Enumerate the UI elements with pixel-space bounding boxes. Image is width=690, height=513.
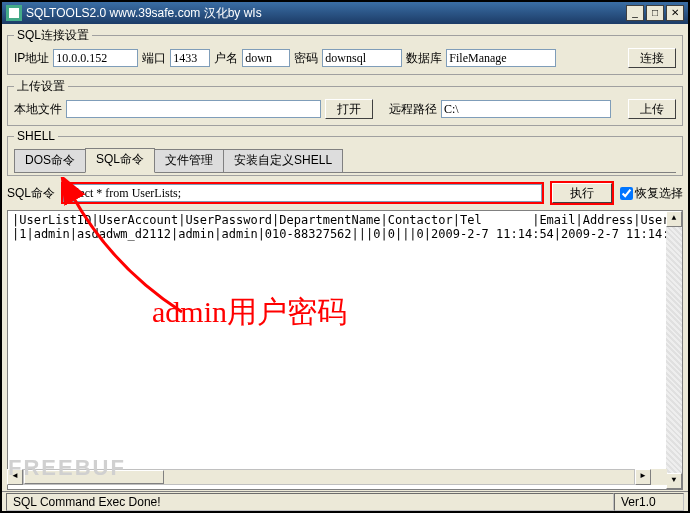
db-input[interactable]	[446, 49, 556, 67]
scroll-right-icon[interactable]: ►	[635, 469, 651, 485]
restore-select-label[interactable]: 恢复选择	[620, 185, 683, 202]
local-file-label: 本地文件	[14, 101, 62, 118]
maximize-button[interactable]: □	[646, 5, 664, 21]
local-file-input[interactable]	[66, 100, 321, 118]
sql-conn-legend: SQL连接设置	[14, 27, 92, 44]
ip-input[interactable]	[53, 49, 138, 67]
restore-select-checkbox[interactable]	[620, 187, 633, 200]
hscroll-thumb[interactable]	[24, 470, 164, 484]
sql-connection-group: SQL连接设置 IP地址 端口 户名 密码 数据库 连接	[7, 27, 683, 75]
ip-label: IP地址	[14, 50, 49, 67]
scroll-down-icon[interactable]: ▼	[666, 473, 682, 489]
user-label: 户名	[214, 50, 238, 67]
execute-button[interactable]: 执行	[552, 183, 612, 203]
horizontal-scrollbar[interactable]: ◄ ►	[7, 469, 667, 485]
status-version: Ver1.0	[614, 493, 684, 511]
tab-file[interactable]: 文件管理	[154, 149, 224, 172]
sql-query-highlight	[61, 182, 544, 204]
vertical-scrollbar[interactable]: ▲ ▼	[666, 211, 682, 489]
app-window: SQLTOOLS2.0 www.39safe.com 汉化by wIs _ □ …	[0, 0, 690, 513]
pwd-input[interactable]	[322, 49, 402, 67]
status-message: SQL Command Exec Done!	[6, 493, 614, 511]
vscroll-track[interactable]	[666, 227, 682, 473]
scroll-corner	[651, 469, 667, 485]
status-bar: SQL Command Exec Done! Ver1.0	[2, 491, 688, 511]
upload-button[interactable]: 上传	[628, 99, 676, 119]
results-pane: |UserListID|UserAccount|UserPassword|Dep…	[7, 210, 683, 490]
sql-command-row: SQL命令 执行 恢复选择	[7, 181, 683, 205]
close-button[interactable]: ✕	[666, 5, 684, 21]
titlebar: SQLTOOLS2.0 www.39safe.com 汉化by wIs _ □ …	[2, 2, 688, 24]
scroll-up-icon[interactable]: ▲	[666, 211, 682, 227]
remote-path-label: 远程路径	[389, 101, 437, 118]
minimize-button[interactable]: _	[626, 5, 644, 21]
user-input[interactable]	[242, 49, 290, 67]
remote-path-input[interactable]	[441, 100, 611, 118]
exec-highlight: 执行	[550, 181, 614, 205]
pwd-label: 密码	[294, 50, 318, 67]
results-text[interactable]: |UserListID|UserAccount|UserPassword|Dep…	[8, 211, 682, 243]
restore-select-text: 恢复选择	[635, 185, 683, 202]
tab-sql[interactable]: SQL命令	[85, 148, 155, 173]
port-input[interactable]	[170, 49, 210, 67]
shell-legend: SHELL	[14, 129, 58, 143]
hscroll-track[interactable]	[23, 469, 635, 485]
upload-group: 上传设置 本地文件 打开 远程路径 上传	[7, 78, 683, 126]
tab-dos[interactable]: DOS命令	[14, 149, 86, 172]
tab-custom-shell[interactable]: 安装自定义SHELL	[223, 149, 343, 172]
port-label: 端口	[142, 50, 166, 67]
svg-rect-1	[9, 8, 19, 18]
sql-cmd-label: SQL命令	[7, 185, 55, 202]
scroll-left-icon[interactable]: ◄	[7, 469, 23, 485]
tab-strip: DOS命令 SQL命令 文件管理 安装自定义SHELL	[14, 147, 676, 173]
shell-group: SHELL DOS命令 SQL命令 文件管理 安装自定义SHELL	[7, 129, 683, 176]
connect-button[interactable]: 连接	[628, 48, 676, 68]
open-button[interactable]: 打开	[325, 99, 373, 119]
window-title: SQLTOOLS2.0 www.39safe.com 汉化by wIs	[26, 5, 626, 22]
upload-legend: 上传设置	[14, 78, 68, 95]
db-label: 数据库	[406, 50, 442, 67]
sql-query-input[interactable]	[63, 184, 542, 202]
app-icon	[6, 5, 22, 21]
